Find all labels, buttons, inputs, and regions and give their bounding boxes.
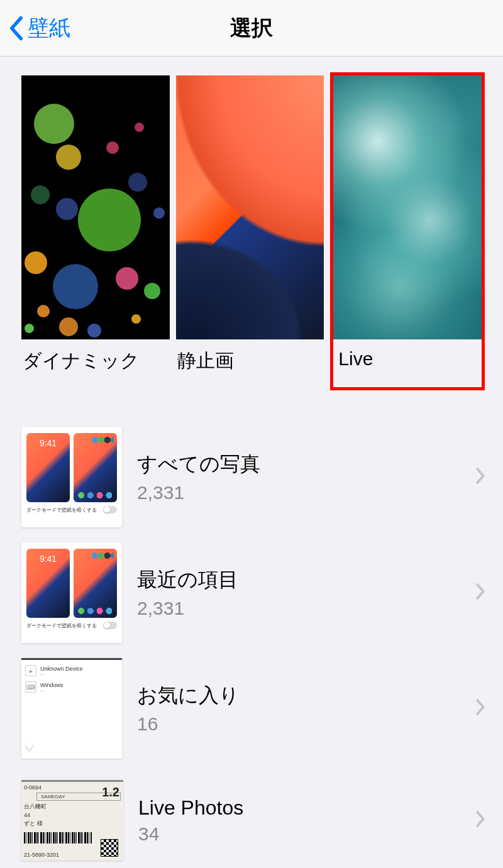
category-stills[interactable]: 静止画 xyxy=(176,75,324,390)
album-count: 16 xyxy=(137,713,475,735)
album-favorites[interactable]: ▸Unknown Device— ⌨Windows— ♥ お気に入り 16 xyxy=(0,651,503,766)
album-favorites-thumb: ▸Unknown Device— ⌨Windows— ♥ xyxy=(21,658,122,759)
album-recents[interactable]: ダークモードで壁紙を暗くする 最近の項目 2,331 xyxy=(0,535,503,651)
chevron-right-icon xyxy=(475,467,485,487)
album-info: Live Photos 34 xyxy=(123,796,475,845)
wallpaper-categories: ダイナミック 静止画 Live xyxy=(0,57,503,390)
album-live-photos-thumb: 1.2 0-0694 SAMEDAY 台八幡町 44 ずと 様 21-5890-… xyxy=(21,780,123,860)
chevron-left-icon xyxy=(9,16,24,41)
album-live-photos[interactable]: 1.2 0-0694 SAMEDAY 台八幡町 44 ずと 様 21-5890-… xyxy=(0,766,503,868)
category-stills-thumb xyxy=(176,75,324,339)
album-all-photos[interactable]: ダークモードで壁紙を暗くする すべての写真 2,331 xyxy=(0,419,503,535)
chevron-right-icon xyxy=(475,583,485,603)
album-list: ダークモードで壁紙を暗くする すべての写真 2,331 ダークモードで壁紙を暗く… xyxy=(0,419,503,868)
album-title: 最近の項目 xyxy=(137,566,475,594)
chevron-right-icon xyxy=(475,698,485,718)
category-dynamic-label: ダイナミック xyxy=(21,348,170,374)
navigation-header: 壁紙 選択 xyxy=(0,0,503,57)
album-count: 2,331 xyxy=(137,482,475,503)
album-title: すべての写真 xyxy=(137,451,475,478)
album-all-photos-thumb: ダークモードで壁紙を暗くする xyxy=(21,427,122,527)
heart-icon: ♥ xyxy=(25,739,33,755)
album-recents-thumb: ダークモードで壁紙を暗くする xyxy=(21,542,122,643)
album-info: お気に入り 16 xyxy=(122,682,475,735)
back-label: 壁紙 xyxy=(28,14,70,43)
category-live[interactable]: Live xyxy=(330,72,485,390)
category-live-label: Live xyxy=(333,348,482,370)
back-button[interactable]: 壁紙 xyxy=(0,14,70,43)
category-dynamic-thumb xyxy=(21,75,170,339)
album-title: お気に入り xyxy=(137,682,475,710)
category-live-thumb xyxy=(333,75,482,339)
album-count: 2,331 xyxy=(137,598,475,619)
album-info: 最近の項目 2,331 xyxy=(122,566,475,619)
chevron-right-icon xyxy=(475,810,485,830)
category-dynamic[interactable]: ダイナミック xyxy=(21,75,170,390)
album-info: すべての写真 2,331 xyxy=(122,451,475,503)
category-stills-label: 静止画 xyxy=(176,348,324,374)
page-title: 選択 xyxy=(230,14,273,43)
album-count: 34 xyxy=(138,823,475,845)
album-title: Live Photos xyxy=(138,796,475,820)
